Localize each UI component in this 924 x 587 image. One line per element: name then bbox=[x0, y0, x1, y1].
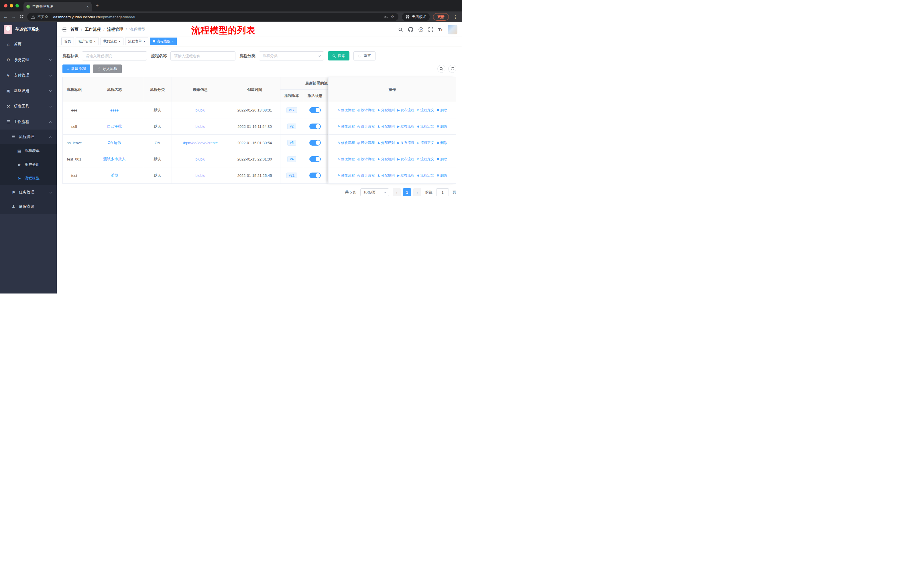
assign-rule-link[interactable]: ♟分配规则 bbox=[377, 108, 395, 112]
form-info-link[interactable]: biubiu bbox=[195, 124, 205, 129]
tab-close-icon[interactable]: × bbox=[86, 4, 89, 9]
assign-rule-link[interactable]: ♟分配规则 bbox=[377, 173, 395, 178]
process-name-link[interactable]: OA 请假 bbox=[108, 141, 121, 145]
assign-rule-link[interactable]: ♟分配规则 bbox=[377, 124, 395, 129]
edit-link[interactable]: ✎修改流程 bbox=[337, 173, 355, 178]
edit-link[interactable]: ✎修改流程 bbox=[337, 157, 355, 162]
window-zoom-button[interactable] bbox=[15, 4, 19, 7]
tab-view-tag[interactable]: 首页 bbox=[61, 38, 74, 45]
browser-tab[interactable]: 芋道管理系统 × bbox=[23, 2, 92, 12]
github-icon[interactable] bbox=[408, 27, 413, 32]
definition-link[interactable]: ⊕流程定义 bbox=[417, 173, 434, 178]
tab-view-tag[interactable]: 我的流程× bbox=[101, 38, 124, 45]
edit-link[interactable]: ✎修改流程 bbox=[337, 124, 355, 129]
update-button[interactable]: 更新 bbox=[433, 13, 449, 21]
form-info-link[interactable]: biubiu bbox=[195, 157, 205, 161]
publish-link[interactable]: ▶发布流程 bbox=[397, 141, 414, 146]
next-page-button[interactable]: › bbox=[413, 189, 421, 196]
reload-icon[interactable] bbox=[20, 14, 24, 20]
tag-close-icon[interactable]: × bbox=[94, 40, 96, 43]
definition-link[interactable]: ⊕流程定义 bbox=[417, 141, 434, 146]
refresh-table-button[interactable] bbox=[448, 65, 456, 73]
reset-button[interactable]: 重置 bbox=[353, 51, 376, 61]
window-minimize-button[interactable] bbox=[10, 4, 13, 7]
forward-icon[interactable]: → bbox=[12, 15, 16, 19]
process-name-input[interactable] bbox=[170, 51, 236, 61]
sidebar-item-process-management[interactable]: ≣流程管理 bbox=[0, 129, 57, 144]
breadcrumb-item-workflow[interactable]: 工作流程 bbox=[85, 27, 101, 32]
sidebar-item-home[interactable]: ⌂首页 bbox=[0, 37, 57, 52]
create-process-button[interactable]: + 新建流程 bbox=[63, 64, 90, 73]
avatar[interactable] bbox=[448, 25, 457, 35]
search-button[interactable]: 搜索 bbox=[328, 51, 350, 61]
sidebar-item-task-management[interactable]: ⚑任务管理 bbox=[0, 185, 57, 200]
process-name-link[interactable]: eeee bbox=[110, 108, 119, 112]
page-size-select[interactable]: 10条/页 bbox=[360, 189, 389, 196]
publish-link[interactable]: ▶发布流程 bbox=[397, 173, 414, 178]
edit-link[interactable]: ✎修改流程 bbox=[337, 108, 355, 112]
category-select[interactable]: 流程分类 bbox=[259, 51, 324, 61]
bookmark-star-icon[interactable]: ☆ bbox=[391, 14, 394, 20]
new-tab-button[interactable]: + bbox=[96, 3, 99, 9]
process-name-link[interactable]: 滔博 bbox=[111, 173, 118, 177]
active-toggle[interactable] bbox=[309, 156, 321, 162]
sidebar-item-workflow[interactable]: ☰工作流程 bbox=[0, 114, 57, 129]
publish-link[interactable]: ▶发布流程 bbox=[397, 108, 414, 112]
definition-link[interactable]: ⊕流程定义 bbox=[417, 108, 434, 112]
fullscreen-icon[interactable] bbox=[429, 27, 433, 32]
delete-link[interactable]: ✖删除 bbox=[437, 141, 447, 146]
back-icon[interactable]: ← bbox=[3, 15, 8, 19]
sidebar-item-infrastructure[interactable]: ▣基础设施 bbox=[0, 83, 57, 99]
active-toggle[interactable] bbox=[309, 107, 321, 113]
hamburger-icon[interactable] bbox=[61, 27, 66, 32]
sidebar-item-dev-tools[interactable]: ⚒研发工具 bbox=[0, 99, 57, 114]
password-key-icon[interactable] bbox=[384, 15, 388, 19]
publish-link[interactable]: ▶发布流程 bbox=[397, 157, 414, 162]
definition-link[interactable]: ⊕流程定义 bbox=[417, 124, 434, 129]
edit-link[interactable]: ✎修改流程 bbox=[337, 141, 355, 146]
publish-link[interactable]: ▶发布流程 bbox=[397, 124, 414, 129]
assign-rule-link[interactable]: ♟分配规则 bbox=[377, 157, 395, 162]
form-info-link[interactable]: biubiu bbox=[195, 108, 205, 112]
tag-close-icon[interactable]: × bbox=[143, 40, 145, 43]
process-key-input[interactable] bbox=[82, 51, 147, 61]
design-link[interactable]: ◎设计流程 bbox=[357, 108, 375, 112]
sidebar-item-process-model[interactable]: ➤流程模型 bbox=[0, 171, 57, 185]
delete-link[interactable]: ✖删除 bbox=[437, 124, 447, 129]
form-info-link[interactable]: /bpm/oa/leave/create bbox=[183, 141, 218, 145]
prev-page-button[interactable]: ‹ bbox=[393, 189, 401, 196]
tab-view-tag[interactable]: 租户管理× bbox=[76, 38, 99, 45]
assign-rule-link[interactable]: ♟分配规则 bbox=[377, 141, 395, 146]
form-info-link[interactable]: biubiu bbox=[195, 174, 205, 178]
tab-view-tag[interactable]: 流程表单× bbox=[125, 38, 148, 45]
active-toggle[interactable] bbox=[309, 172, 321, 178]
help-icon[interactable]: ? bbox=[419, 27, 423, 32]
breadcrumb-item-home[interactable]: 首页 bbox=[71, 27, 79, 32]
goto-page-input[interactable] bbox=[436, 189, 449, 196]
tab-view-tag[interactable]: 流程模型× bbox=[150, 38, 177, 45]
design-link[interactable]: ◎设计流程 bbox=[357, 157, 375, 162]
search-icon[interactable] bbox=[398, 27, 403, 32]
app-logo-row[interactable]: 芋道管理系统 bbox=[0, 22, 57, 37]
sidebar-item-process-form[interactable]: ▤流程表单 bbox=[0, 144, 57, 158]
import-process-button[interactable]: 导入流程 bbox=[93, 64, 122, 73]
sidebar-item-system-management[interactable]: ⚙系统管理 bbox=[0, 52, 57, 68]
sidebar-item-user-group[interactable]: ☻用户分组 bbox=[0, 158, 57, 171]
toggle-search-button[interactable] bbox=[437, 65, 446, 73]
delete-link[interactable]: ✖删除 bbox=[437, 108, 447, 112]
page-number-button[interactable]: 1 bbox=[403, 189, 411, 196]
active-toggle[interactable] bbox=[309, 124, 321, 129]
sidebar-item-payment-management[interactable]: ¥支付管理 bbox=[0, 68, 57, 83]
process-name-link[interactable]: 测试多审批人 bbox=[103, 157, 126, 161]
address-bar[interactable]: 不安全 dashboard.yudao.iocoder.cn/bpm/manag… bbox=[27, 13, 398, 21]
active-toggle[interactable] bbox=[309, 140, 321, 146]
tag-close-icon[interactable]: × bbox=[119, 40, 121, 43]
sidebar-item-leave-query[interactable]: ♟请假查询 bbox=[0, 200, 57, 214]
browser-menu-icon[interactable]: ⋮ bbox=[452, 14, 459, 20]
window-close-button[interactable] bbox=[4, 4, 7, 7]
font-size-icon[interactable]: TT bbox=[438, 27, 442, 32]
design-link[interactable]: ◎设计流程 bbox=[357, 124, 375, 129]
breadcrumb-item-process-management[interactable]: 流程管理 bbox=[107, 27, 123, 32]
tag-close-icon[interactable]: × bbox=[172, 40, 174, 43]
definition-link[interactable]: ⊕流程定义 bbox=[417, 157, 434, 162]
